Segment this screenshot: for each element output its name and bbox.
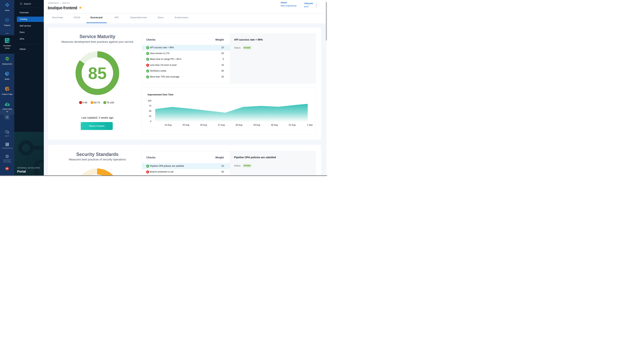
svg-text:100: 100: [148, 99, 151, 102]
svg-text:50: 50: [149, 110, 151, 112]
svg-text:?: ?: [6, 131, 7, 133]
svg-text:85: 85: [88, 64, 107, 83]
svg-text:0: 0: [150, 120, 151, 123]
svg-text:28 Aug: 28 Aug: [236, 124, 242, 126]
svg-text:29 Aug: 29 Aug: [253, 124, 260, 126]
svg-text:27 Aug: 27 Aug: [218, 124, 225, 126]
svg-text:75: 75: [149, 105, 151, 107]
svg-text:30 Aug: 30 Aug: [271, 124, 278, 126]
svg-text:25 Aug: 25 Aug: [182, 124, 189, 126]
svg-text:26 Aug: 26 Aug: [200, 124, 207, 126]
svg-text:31 Aug: 31 Aug: [289, 124, 296, 126]
svg-text:24 Aug: 24 Aug: [165, 124, 172, 126]
svg-text:25: 25: [149, 115, 151, 117]
svg-text:1 Sep: 1 Sep: [307, 124, 312, 126]
